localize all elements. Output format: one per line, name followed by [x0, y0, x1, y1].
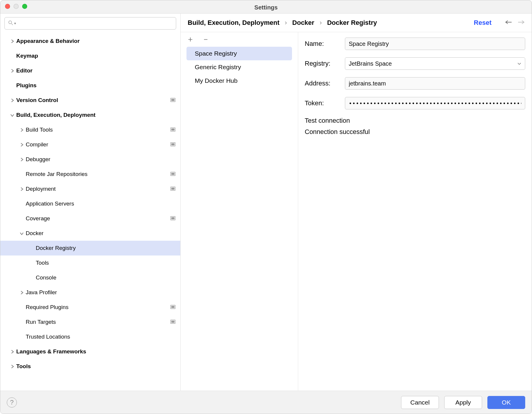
sidebar-item-java-profiler[interactable]: Java Profiler	[0, 285, 180, 300]
nav-back-icon[interactable]	[505, 20, 512, 26]
sidebar-item-tools[interactable]: Tools	[0, 255, 180, 270]
sidebar-item-deployment[interactable]: Deployment	[0, 182, 180, 196]
minimize-icon[interactable]	[14, 4, 19, 9]
sidebar-item-debugger[interactable]: Debugger	[0, 152, 180, 167]
breadcrumb-segment[interactable]: Build, Execution, Deployment	[188, 19, 279, 27]
chevron-right-icon[interactable]	[8, 350, 16, 354]
sidebar-item-tools[interactable]: Tools	[0, 359, 180, 374]
project-scope-icon	[170, 141, 176, 148]
sidebar-item-languages-frameworks[interactable]: Languages & Frameworks	[0, 344, 180, 359]
sidebar-item-label: Tools	[16, 363, 176, 370]
registry-item[interactable]: Generic Registry	[186, 60, 292, 74]
registry-list[interactable]: Space RegistryGeneric RegistryMy Docker …	[181, 46, 298, 88]
address-label: Address:	[305, 80, 345, 87]
test-connection-link[interactable]: Test connection	[305, 117, 350, 124]
search-field[interactable]	[18, 20, 173, 27]
sidebar-item-label: Editor	[16, 67, 176, 74]
name-input[interactable]	[345, 38, 525, 50]
breadcrumb: Build, Execution, Deployment › Docker › …	[188, 19, 468, 27]
sidebar-item-label: Docker	[26, 230, 176, 237]
sidebar-item-label: Docker Registry	[36, 245, 176, 251]
sidebar-item-build-tools[interactable]: Build Tools	[0, 122, 180, 137]
chevron-right-icon[interactable]	[17, 158, 26, 161]
sidebar-item-plugins[interactable]: Plugins	[0, 78, 180, 93]
chevron-right-icon[interactable]	[17, 128, 26, 132]
chevron-right-icon: ›	[319, 19, 322, 27]
project-scope-icon	[170, 127, 176, 133]
sidebar-item-label: Keymap	[16, 53, 176, 59]
svg-line-1	[12, 23, 13, 25]
sidebar-item-trusted-locations[interactable]: Trusted Locations	[0, 329, 180, 344]
project-scope-icon	[170, 97, 176, 104]
settings-window: Settings ▾ Appearance & BehaviorKeymapEd…	[0, 0, 532, 414]
registry-select[interactable]: JetBrains Space	[345, 57, 525, 70]
chevron-right-icon[interactable]	[17, 143, 26, 147]
sidebar-item-label: Run Targets	[26, 319, 170, 325]
svg-rect-15	[171, 306, 175, 308]
settings-tree[interactable]: Appearance & BehaviorKeymapEditorPlugins…	[0, 33, 180, 391]
nav-forward-icon[interactable]	[518, 20, 525, 26]
search-options-icon[interactable]: ▾	[14, 21, 16, 25]
sidebar-item-label: Remote Jar Repositories	[26, 171, 170, 177]
svg-rect-11	[171, 188, 175, 190]
sidebar-item-run-targets[interactable]: Run Targets	[0, 315, 180, 329]
sidebar-item-editor[interactable]: Editor	[0, 63, 180, 78]
registry-select-value: JetBrains Space	[349, 60, 392, 67]
svg-rect-7	[171, 143, 175, 145]
breadcrumb-segment[interactable]: Docker Registry	[327, 19, 377, 27]
content: ▾ Appearance & BehaviorKeymapEditorPlugi…	[0, 13, 532, 391]
close-icon[interactable]	[5, 4, 10, 9]
svg-rect-9	[171, 173, 175, 175]
sidebar-item-label: Compiler	[26, 141, 170, 148]
chevron-right-icon[interactable]	[17, 187, 26, 191]
registry-item[interactable]: Space Registry	[186, 47, 292, 60]
token-input[interactable]	[345, 97, 525, 109]
sidebar-item-version-control[interactable]: Version Control	[0, 93, 180, 108]
chevron-down-icon[interactable]	[17, 232, 26, 235]
connection-status: Connection successful	[305, 128, 370, 135]
sidebar-item-label: Required Plugins	[26, 304, 170, 310]
sidebar-item-label: Plugins	[16, 82, 176, 89]
sidebar-item-docker-registry[interactable]: Docker Registry	[0, 241, 180, 255]
chevron-right-icon[interactable]	[17, 291, 26, 295]
sidebar-item-remote-jar-repositories[interactable]: Remote Jar Repositories	[0, 167, 180, 182]
sidebar-item-console[interactable]: Console	[0, 270, 180, 285]
sidebar-item-label: Console	[36, 274, 176, 281]
svg-rect-13	[171, 217, 175, 219]
address-input[interactable]	[345, 77, 525, 90]
chevron-right-icon[interactable]	[8, 365, 16, 368]
footer: ? Cancel Apply OK	[0, 391, 532, 414]
registry-item[interactable]: My Docker Hub	[186, 74, 292, 88]
sidebar-item-docker[interactable]: Docker	[0, 226, 180, 241]
breadcrumb-bar: Build, Execution, Deployment › Docker › …	[181, 14, 532, 32]
sidebar-item-coverage[interactable]: Coverage	[0, 211, 180, 226]
sidebar-item-label: Debugger	[26, 156, 176, 163]
sidebar-item-application-servers[interactable]: Application Servers	[0, 196, 180, 211]
project-scope-icon	[170, 186, 176, 192]
sidebar-item-required-plugins[interactable]: Required Plugins	[0, 300, 180, 315]
help-button[interactable]: ?	[7, 397, 17, 407]
search-input[interactable]: ▾	[4, 17, 176, 30]
sidebar-item-appearance-behavior[interactable]: Appearance & Behavior	[0, 34, 180, 48]
chevron-down-icon[interactable]	[8, 113, 16, 117]
add-button[interactable]: ＋	[186, 35, 194, 43]
svg-point-0	[9, 21, 12, 24]
apply-button[interactable]: Apply	[444, 396, 482, 409]
zoom-icon[interactable]	[22, 4, 27, 9]
ok-button[interactable]: OK	[487, 396, 525, 409]
sidebar-item-label: Languages & Frameworks	[16, 348, 176, 355]
search-icon	[8, 20, 14, 27]
cancel-button[interactable]: Cancel	[401, 396, 439, 409]
chevron-right-icon[interactable]	[8, 98, 16, 102]
svg-rect-17	[171, 321, 175, 323]
remove-button[interactable]: －	[202, 35, 210, 43]
sidebar-item-keymap[interactable]: Keymap	[0, 48, 180, 63]
chevron-right-icon[interactable]	[8, 69, 16, 73]
reset-button[interactable]: Reset	[474, 19, 492, 27]
sidebar-item-compiler[interactable]: Compiler	[0, 137, 180, 152]
breadcrumb-segment[interactable]: Docker	[292, 19, 314, 27]
chevron-right-icon: ›	[285, 19, 287, 27]
chevron-right-icon[interactable]	[8, 39, 16, 43]
sidebar-item-build-execution-deployment[interactable]: Build, Execution, Deployment	[0, 108, 180, 122]
sidebar-item-label: Tools	[36, 260, 176, 266]
